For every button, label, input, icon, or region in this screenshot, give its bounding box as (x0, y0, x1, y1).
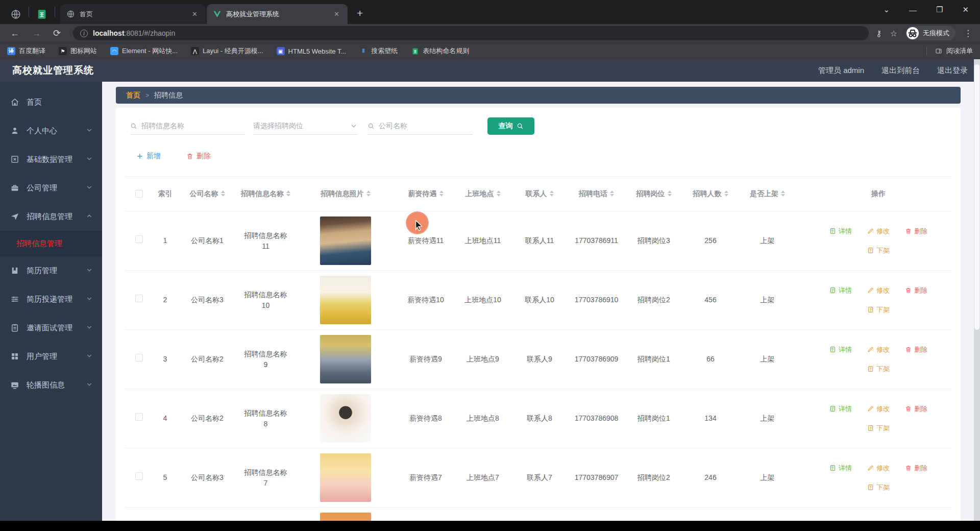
password-key-icon[interactable]: ⚷ (876, 29, 882, 38)
tab-search-chevron-icon[interactable]: ⌄ (877, 3, 896, 16)
detail-button[interactable]: 详情 (829, 285, 852, 296)
pinned-tab-globe-icon[interactable] (10, 9, 21, 20)
sidebar-item-6[interactable]: 简历管理 (0, 256, 102, 285)
edit-button[interactable]: 修改 (867, 226, 890, 236)
back-button[interactable]: ← (5, 28, 24, 39)
delete-row-button[interactable]: 删除 (905, 285, 927, 296)
delete-row-button[interactable]: 删除 (905, 404, 927, 414)
bookmark-item[interactable]: 表结构命名规则 (411, 46, 469, 56)
site-info-icon[interactable]: i (80, 30, 88, 37)
sort-caret-icon[interactable] (550, 190, 554, 197)
logout-link[interactable]: 退出登录 (937, 66, 968, 76)
column-header-label[interactable]: 招聘电话 (579, 189, 607, 199)
table-row-4: 4公司名称2招聘信息名称8薪资待遇8上班地点8联系人817703786908招聘… (125, 389, 951, 448)
browser-menu-icon[interactable]: ⋮ (964, 28, 973, 39)
sort-caret-icon[interactable] (286, 190, 290, 197)
off-shelf-button[interactable]: 下架 (867, 482, 890, 493)
admin-user-label[interactable]: 管理员 admin (818, 66, 864, 76)
sort-caret-icon[interactable] (781, 190, 785, 197)
sort-caret-icon[interactable] (366, 190, 371, 197)
sidebar-item-8[interactable]: 邀请面试管理 (0, 313, 102, 342)
edit-button[interactable]: 修改 (867, 463, 890, 473)
add-button[interactable]: 新增 (136, 152, 161, 161)
minimize-button[interactable]: — (903, 4, 923, 16)
breadcrumb-home-link[interactable]: 首页 (126, 91, 140, 100)
exit-to-front-link[interactable]: 退出到前台 (881, 66, 920, 76)
recruit-name-input[interactable]: 招聘信息名称 (130, 118, 245, 135)
sidebar-item-10[interactable]: 轮播图信息 (0, 371, 102, 399)
select-all-checkbox[interactable] (135, 190, 143, 198)
sidebar-subitem[interactable]: 招聘信息管理 (0, 231, 102, 256)
page-scrollbar[interactable] (974, 59, 980, 521)
sort-caret-icon[interactable] (610, 190, 614, 197)
tab-close-icon[interactable]: ✕ (332, 9, 341, 19)
close-button[interactable]: ✕ (956, 3, 975, 16)
edit-button[interactable]: 修改 (867, 345, 890, 355)
bookmark-item[interactable]: ⫴搜索壁纸 (359, 46, 398, 56)
delete-row-button[interactable]: 删除 (905, 226, 927, 236)
sort-caret-icon[interactable] (497, 190, 501, 197)
new-tab-button[interactable]: + (353, 7, 367, 19)
off-shelf-button[interactable]: 下架 (867, 423, 890, 433)
edit-button[interactable]: 修改 (867, 285, 890, 296)
sidebar-item-3[interactable]: 基础数据管理 (0, 145, 102, 174)
column-header-label[interactable]: 是否上架 (750, 189, 778, 199)
row-checkbox[interactable] (135, 354, 143, 361)
row-checkbox[interactable] (135, 295, 143, 302)
edit-button[interactable]: 修改 (867, 404, 890, 414)
sidebar-item-5[interactable]: 招聘信息管理 (0, 202, 102, 231)
company-name-input[interactable]: 公司名称 (368, 118, 473, 135)
off-shelf-button[interactable]: 下架 (867, 246, 890, 256)
pinned-tab-sheets-icon[interactable] (36, 9, 47, 20)
column-header-label[interactable]: 上班地点 (465, 189, 494, 199)
sidebar-item-4[interactable]: 公司管理 (0, 174, 102, 202)
sort-caret-icon[interactable] (668, 190, 672, 197)
column-header-label[interactable]: 招聘岗位 (636, 189, 665, 199)
delete-row-button[interactable]: 删除 (905, 345, 927, 355)
query-button[interactable]: 查询 (487, 117, 534, 135)
column-header-label[interactable]: 招聘人数 (693, 189, 722, 199)
shelf-status-cell: 上架 (739, 354, 796, 365)
sort-caret-icon[interactable] (439, 190, 444, 197)
off-shelf-button[interactable]: 下架 (867, 305, 890, 315)
bookmark-star-icon[interactable]: ☆ (890, 29, 897, 38)
column-header-label[interactable]: 公司名称 (190, 189, 218, 199)
column-header-label[interactable]: 招聘信息名称 (241, 189, 284, 199)
detail-button[interactable]: 详情 (829, 463, 852, 473)
delete-button[interactable]: 删除 (186, 152, 211, 161)
column-header-label[interactable]: 薪资待遇 (408, 189, 437, 199)
sidebar-item-7[interactable]: 简历投递管理 (0, 285, 102, 313)
delete-row-button[interactable]: 删除 (905, 463, 927, 473)
restore-button[interactable]: ❐ (930, 3, 949, 16)
reading-list-button[interactable]: 阅读清单 (926, 46, 973, 56)
recruit-post-select[interactable]: 请选择招聘岗位 (253, 118, 357, 135)
reload-button[interactable]: ⟳ (48, 28, 66, 39)
detail-button[interactable]: 详情 (829, 345, 852, 355)
bookmark-item[interactable]: ◠Element - 网站快... (110, 46, 178, 56)
scrollbar-thumb[interactable] (974, 64, 979, 330)
detail-button[interactable]: 详情 (829, 226, 852, 236)
row-checkbox[interactable] (135, 413, 143, 421)
off-shelf-button[interactable]: 下架 (867, 364, 890, 374)
bookmark-item[interactable]: ⚑图标网站 (59, 46, 97, 56)
sidebar-item-9[interactable]: 用户管理 (0, 342, 102, 371)
bookmark-item[interactable]: 译百度翻译 (7, 46, 45, 56)
row-checkbox[interactable] (135, 235, 143, 243)
bookmark-item[interactable]: ▣HTML5 Website T... (277, 47, 347, 55)
address-bar[interactable]: i localhost:8081/#/zhaopin (73, 26, 869, 40)
detail-button[interactable]: 详情 (829, 404, 852, 414)
column-header-label[interactable]: 招聘信息照片 (321, 189, 364, 199)
column-header-label[interactable]: 联系人 (526, 189, 547, 199)
sidebar-item-2[interactable]: 个人中心 (0, 116, 102, 145)
delete-button-label: 删除 (197, 152, 211, 161)
tab-close-icon[interactable]: ✕ (190, 9, 200, 19)
url-text[interactable]: localhost:8081/#/zhaopin (93, 29, 175, 37)
bookmark-item[interactable]: ⋀Layui - 经典开源模... (191, 46, 263, 56)
forward-button[interactable]: → (27, 28, 46, 39)
sort-caret-icon[interactable] (724, 190, 728, 197)
sort-caret-icon[interactable] (221, 190, 225, 197)
browser-tab-1[interactable]: 首页✕ (60, 4, 206, 24)
browser-tab-2[interactable]: 高校就业管理系统✕ (207, 4, 348, 24)
sidebar-item-1[interactable]: 首页 (0, 88, 102, 116)
row-checkbox[interactable] (135, 472, 143, 480)
